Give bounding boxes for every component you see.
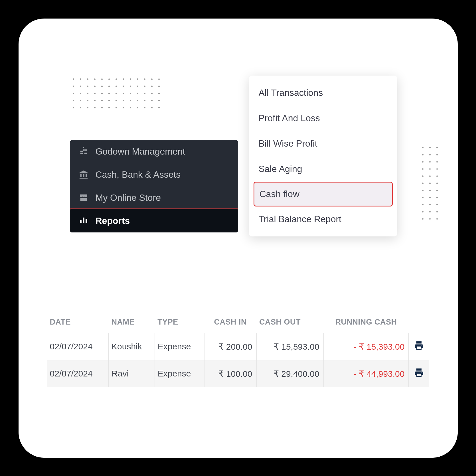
cell-print [409, 333, 429, 360]
col-date: DATE [47, 311, 109, 333]
cell-running: - ₹ 15,393.00 [323, 333, 409, 360]
col-actions [409, 311, 429, 333]
submenu-item-trial-balance[interactable]: Trial Balance Report [249, 206, 397, 232]
table-header-row: DATE NAME TYPE CASH IN CASH OUT RUNNING … [47, 311, 429, 333]
bar-chart-icon [78, 216, 89, 226]
col-running: RUNNING CASH [323, 311, 409, 333]
decoration-dots-right [422, 147, 438, 220]
cell-cash-in: ₹ 100.00 [204, 360, 256, 387]
printer-icon[interactable] [414, 343, 424, 353]
sidebar: Godown Management Cash, Bank & Assets My… [70, 140, 238, 232]
cell-print [409, 360, 429, 387]
col-cash-in: CASH IN [204, 311, 256, 333]
cell-date: 02/07/2024 [47, 333, 109, 360]
sidebar-item-godown[interactable]: Godown Management [70, 140, 238, 163]
sidebar-item-label: Godown Management [96, 146, 185, 157]
submenu-item-all-transactions[interactable]: All Transactions [249, 80, 397, 106]
submenu-item-bill-wise-profit[interactable]: Bill Wise Profit [249, 131, 397, 156]
sidebar-item-cash-bank[interactable]: Cash, Bank & Assets [70, 163, 238, 186]
sidebar-item-label: Reports [96, 216, 130, 226]
table-row: 02/07/2024 Ravi Expense ₹ 100.00 ₹ 29,40… [47, 360, 429, 387]
cell-cash-out: ₹ 29,400.00 [256, 360, 323, 387]
printer-icon[interactable] [414, 370, 424, 380]
store-icon [78, 193, 89, 202]
bank-icon [78, 170, 89, 179]
sidebar-item-reports[interactable]: Reports [70, 208, 238, 232]
col-name: NAME [109, 311, 155, 333]
reports-submenu: All Transactions Profit And Loss Bill Wi… [249, 76, 397, 236]
sidebar-item-label: Cash, Bank & Assets [96, 169, 181, 180]
cash-flow-table-wrap: DATE NAME TYPE CASH IN CASH OUT RUNNING … [47, 311, 429, 387]
decoration-dots-top [73, 78, 160, 108]
cell-cash-out: ₹ 15,593.00 [256, 333, 323, 360]
cell-date: 02/07/2024 [47, 360, 109, 387]
col-cash-out: CASH OUT [256, 311, 323, 333]
sidebar-item-online-store[interactable]: My Online Store [70, 186, 238, 209]
sidebar-item-label: My Online Store [96, 193, 161, 203]
submenu-item-profit-loss[interactable]: Profit And Loss [249, 106, 397, 131]
cell-name: Ravi [109, 360, 155, 387]
app-card: Godown Management Cash, Bank & Assets My… [19, 19, 458, 458]
table-row: 02/07/2024 Koushik Expense ₹ 200.00 ₹ 15… [47, 333, 429, 360]
cell-cash-in: ₹ 200.00 [204, 333, 256, 360]
col-type: TYPE [155, 311, 204, 333]
submenu-item-cash-flow[interactable]: Cash flow [254, 182, 393, 206]
cell-type: Expense [155, 333, 204, 360]
godown-icon [78, 147, 89, 156]
submenu-item-sale-aging[interactable]: Sale Aging [249, 156, 397, 182]
cell-running: - ₹ 44,993.00 [323, 360, 409, 387]
cash-flow-table: DATE NAME TYPE CASH IN CASH OUT RUNNING … [47, 311, 429, 387]
cell-type: Expense [155, 360, 204, 387]
cell-name: Koushik [109, 333, 155, 360]
